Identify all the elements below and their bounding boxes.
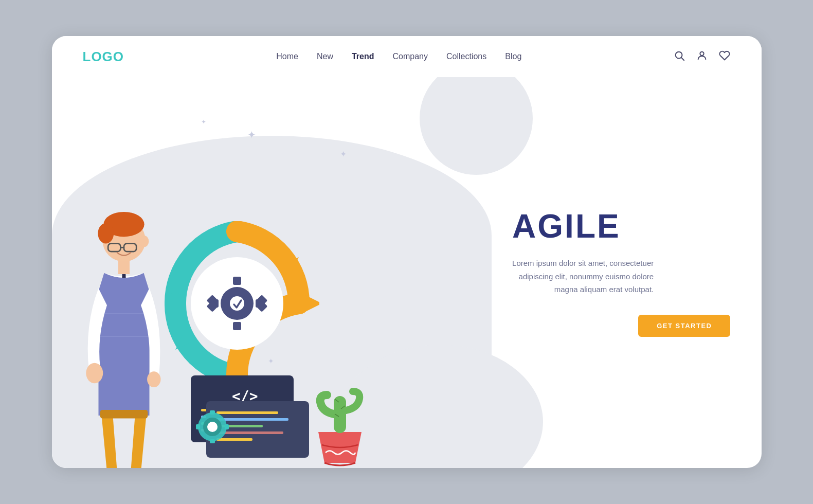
header-icons — [674, 50, 730, 64]
sparkle-3: ✦ — [268, 357, 274, 365]
sparkle-2: ✦ — [340, 149, 347, 159]
code-cards-illustration: </> — [175, 360, 319, 463]
svg-rect-49 — [196, 424, 200, 429]
person-illustration — [67, 201, 180, 468]
svg-point-6 — [139, 236, 149, 247]
svg-rect-22 — [233, 322, 241, 330]
hero-description: Lorem ipsum dolor sit amet, consectetuer… — [512, 257, 654, 296]
hero-left: </> — [52, 77, 492, 468]
svg-rect-10 — [118, 261, 130, 274]
heart-icon[interactable] — [719, 50, 730, 64]
svg-rect-48 — [225, 424, 229, 429]
nav-company[interactable]: Company — [393, 52, 428, 61]
svg-rect-46 — [210, 410, 215, 415]
svg-point-14 — [147, 371, 160, 387]
svg-point-2 — [700, 51, 704, 55]
hero-title: AGILE — [512, 208, 621, 244]
svg-marker-18 — [306, 296, 319, 311]
nav-blog[interactable]: Blog — [505, 52, 521, 61]
svg-rect-41 — [216, 431, 283, 434]
svg-point-30 — [230, 296, 244, 311]
svg-point-45 — [207, 422, 218, 432]
sparkle-4: ✦ — [201, 118, 206, 125]
sparkle-1: ✦ — [247, 129, 256, 141]
svg-rect-38 — [216, 411, 278, 414]
nav-new[interactable]: New — [317, 52, 333, 61]
plant-illustration — [304, 365, 376, 468]
get-started-button[interactable]: GET STARTED — [638, 315, 730, 337]
nav-collections[interactable]: Collections — [446, 52, 486, 61]
svg-rect-15 — [100, 410, 147, 419]
svg-rect-21 — [233, 277, 241, 285]
svg-point-5 — [98, 223, 114, 244]
svg-rect-47 — [210, 439, 215, 443]
header: LOGO Home New Trend Company Collections … — [52, 36, 762, 77]
nav-trend[interactable]: Trend — [352, 52, 374, 61]
main-window: LOGO Home New Trend Company Collections … — [52, 36, 762, 468]
svg-point-13 — [86, 363, 103, 384]
nav-home[interactable]: Home — [276, 52, 298, 61]
logo[interactable]: LOGO — [83, 49, 124, 65]
navigation: Home New Trend Company Collections Blog — [276, 52, 521, 61]
main-content: </> — [52, 77, 762, 468]
user-icon[interactable] — [696, 50, 708, 64]
svg-line-1 — [682, 58, 684, 60]
svg-rect-39 — [216, 418, 288, 421]
hero-right: AGILE Lorem ipsum dolor sit amet, consec… — [492, 77, 761, 468]
search-icon[interactable] — [674, 50, 685, 64]
svg-rect-42 — [216, 438, 252, 441]
